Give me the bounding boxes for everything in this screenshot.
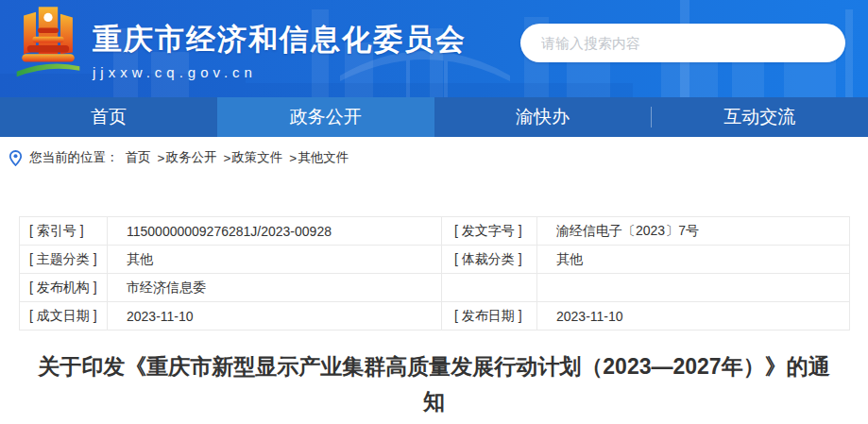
site-title-block: 重庆市经济和信息化委员会 jjxxw.cq.gov.cn bbox=[93, 11, 467, 80]
table-row: [ 成文日期 ] 2023-11-10 [ 发布日期 ] 2023-11-10 bbox=[20, 302, 850, 331]
meta-label-empty bbox=[442, 274, 537, 302]
breadcrumb-separator: > bbox=[223, 151, 230, 165]
breadcrumb-item-zhengwugongkai[interactable]: 政务公开 bbox=[165, 149, 216, 166]
location-pin-icon bbox=[9, 150, 23, 166]
meta-value-doc-no: 渝经信电子〔2023〕7号 bbox=[537, 217, 850, 246]
article-title: 关于印发《重庆市新型显示产业集群高质量发展行动计划（2023—2027年）》的通… bbox=[29, 349, 840, 419]
table-row: [ 发布机构 ] 市经济信息委 bbox=[20, 274, 850, 302]
nav-tab-interaction[interactable]: 互动交流 bbox=[651, 97, 868, 137]
breadcrumb-item-zhengcewenjian[interactable]: 政策文件 bbox=[231, 149, 282, 166]
meta-label-genre-class: [ 体裁分类 ] bbox=[442, 246, 537, 274]
breadcrumb: 您当前的位置： 首页 > 政务公开 > 政策文件 > 其他文件 bbox=[9, 149, 868, 166]
site-brand[interactable]: 重庆市经济和信息化委员会 jjxxw.cq.gov.cn bbox=[13, 4, 467, 87]
meta-value-index-no: 11500000009276281J/2023-00928 bbox=[108, 217, 442, 246]
meta-value-topic-class: 其他 bbox=[108, 246, 442, 274]
nav-tab-yukuaiban[interactable]: 渝快办 bbox=[434, 97, 652, 137]
meta-label-index-no: [ 索引号 ] bbox=[20, 217, 108, 246]
doc-meta-table: [ 索引号 ] 11500000009276281J/2023-00928 [ … bbox=[19, 216, 850, 331]
meta-label-written-date: [ 成文日期 ] bbox=[20, 302, 108, 331]
table-row: [ 主题分类 ] 其他 [ 体裁分类 ] 其他 bbox=[20, 246, 850, 274]
meta-label-publish-date: [ 发布日期 ] bbox=[442, 302, 537, 331]
breadcrumb-item-home[interactable]: 首页 bbox=[126, 149, 151, 166]
meta-value-issuing-org: 市经济信息委 bbox=[108, 274, 442, 302]
site-name: 重庆市经济和信息化委员会 bbox=[93, 21, 467, 59]
table-row: [ 索引号 ] 11500000009276281J/2023-00928 [ … bbox=[20, 217, 850, 246]
breadcrumb-separator: > bbox=[158, 151, 165, 165]
meta-label-issuing-org: [ 发布机构 ] bbox=[20, 274, 108, 302]
meta-value-empty bbox=[537, 274, 850, 302]
meta-value-publish-date: 2023-11-10 bbox=[537, 302, 850, 331]
breadcrumb-separator: > bbox=[289, 151, 297, 165]
meta-value-genre-class: 其他 bbox=[537, 246, 850, 274]
site-url: jjxxw.cq.gov.cn bbox=[93, 64, 467, 80]
breadcrumb-item-qitawenjian[interactable]: 其他文件 bbox=[298, 149, 349, 166]
meta-label-doc-no: [ 发文字号 ] bbox=[442, 217, 537, 246]
search-box bbox=[520, 24, 845, 62]
nav-tab-home[interactable]: 首页 bbox=[0, 97, 217, 137]
site-logo-icon bbox=[13, 4, 83, 87]
site-header: 重庆市经济和信息化委员会 jjxxw.cq.gov.cn bbox=[0, 0, 868, 97]
meta-label-topic-class: [ 主题分类 ] bbox=[20, 246, 108, 274]
breadcrumb-prefix: 您当前的位置： bbox=[29, 149, 119, 166]
search-input[interactable] bbox=[541, 35, 825, 51]
meta-value-written-date: 2023-11-10 bbox=[108, 302, 442, 331]
main-nav: 首页 政务公开 渝快办 互动交流 bbox=[0, 97, 868, 137]
nav-tab-government-affairs[interactable]: 政务公开 bbox=[217, 97, 434, 137]
